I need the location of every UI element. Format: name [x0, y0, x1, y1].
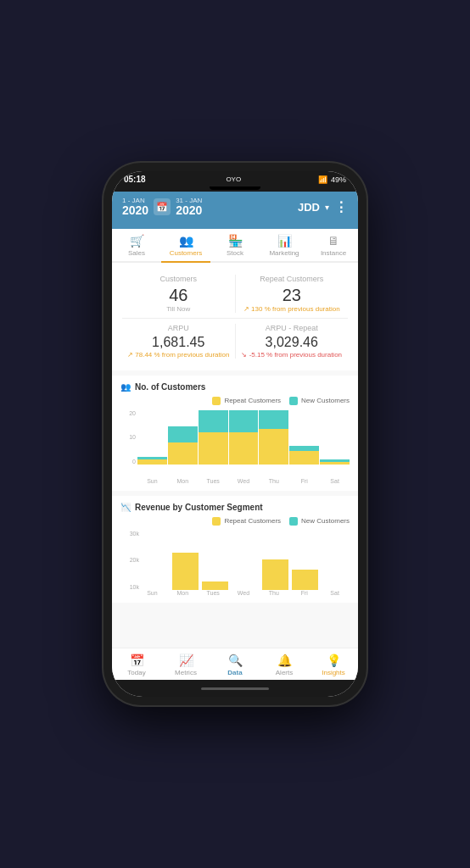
customer-chart-area: 20100: [120, 410, 350, 478]
rev-x-label-tues: Tues: [199, 590, 228, 596]
bar-new-thu: [259, 410, 288, 429]
customer-chart-legend: Repeat Customers New Customers: [120, 397, 350, 405]
stat-arpu-repeat: ARPU - Repeat 3,029.46 ↘ -5.15 % from pr…: [236, 324, 349, 358]
calendar-icon[interactable]: 📅: [154, 198, 171, 215]
bar-repeat-wed: [229, 432, 259, 464]
bar-group-wed: [229, 410, 259, 465]
rev-bar-repeat-thu: [262, 559, 288, 590]
revenue-x-axis: SunMonTuesWedThuFriSat: [120, 590, 350, 596]
stats-row-1: Customers 46 Till Now Repeat Customers 2…: [122, 270, 348, 319]
store-name: JDD: [298, 201, 320, 214]
bottom-nav-data[interactable]: 🔍 Data: [210, 654, 260, 676]
alerts-label: Alerts: [276, 669, 293, 676]
bottom-nav-alerts[interactable]: 🔔 Alerts: [260, 654, 309, 676]
x-label-fri: Fri: [289, 478, 319, 484]
rev-x-label-sat: Sat: [320, 590, 350, 596]
x-label-tues: Tues: [199, 478, 228, 484]
home-indicator: [112, 680, 358, 697]
revenue-chart-icon: 📉: [120, 503, 131, 512]
bottom-nav: 📅 Today 📈 Metrics 🔍 Data 🔔 Alerts 💡 Insi…: [112, 648, 358, 680]
rev-x-label-wed: Wed: [229, 590, 259, 596]
revenue-y-axis: 30k20k10k: [120, 531, 139, 590]
tab-customers[interactable]: 👥 Customers: [161, 229, 210, 263]
tab-customers-label: Customers: [170, 249, 203, 257]
arpu-repeat-label: ARPU - Repeat: [241, 324, 344, 332]
rev-bar-group-sun: [141, 539, 170, 590]
tab-marketing[interactable]: 📊 Marketing: [260, 229, 309, 261]
bar-group-mon: [168, 410, 198, 465]
bar-group-sun: [137, 410, 167, 465]
date-from: 1 - JAN 2020: [122, 197, 148, 217]
legend-new: New Customers: [289, 397, 350, 405]
tab-sales[interactable]: 🛒 Sales: [112, 229, 161, 261]
header-right: JDD ▾ ⋮: [298, 199, 348, 215]
rev-x-label-fri: Fri: [289, 590, 319, 596]
rev-legend-repeat-dot: [212, 517, 221, 526]
customer-chart-icon: 👥: [120, 382, 131, 392]
bar-repeat-sat: [320, 462, 350, 465]
sales-icon: 🛒: [130, 234, 144, 248]
app-header: 1 - JAN 2020 📅 31 - JAN 2020 JDD ▾ ⋮: [112, 192, 358, 229]
bottom-nav-insights[interactable]: 💡 Insights: [309, 654, 358, 676]
rev-x-label-thu: Thu: [259, 590, 288, 596]
battery-label: 49%: [331, 175, 346, 184]
repeat-value: 23: [241, 285, 344, 305]
tab-sales-label: Sales: [128, 249, 145, 257]
rev-bar-group-sat: [321, 539, 350, 590]
status-bar: 05:18 OYO 📶 49%: [112, 171, 358, 186]
metrics-icon: 📈: [179, 654, 193, 667]
bottom-nav-today[interactable]: 📅 Today: [112, 654, 161, 676]
tab-stock-label: Stock: [227, 249, 243, 257]
customer-chart-section: 👥 No. of Customers Repeat Customers New …: [112, 376, 358, 491]
bar-group-thu: [259, 410, 288, 465]
revenue-chart-section: 📉 Revenue by Customer Segment Repeat Cus…: [112, 496, 358, 603]
customer-y-axis: 20100: [120, 410, 136, 465]
content-area: Customers 46 Till Now Repeat Customers 2…: [112, 263, 358, 648]
bar-repeat-fri: [289, 451, 319, 465]
notch-pill: [210, 186, 260, 190]
tab-stock[interactable]: 🏪 Stock: [210, 229, 260, 261]
stat-customers: Customers 46 Till Now: [122, 275, 236, 313]
revenue-chart-area: 30k20k10k: [120, 531, 350, 590]
rev-bar-group-tues: [201, 539, 230, 590]
arpu-repeat-value: 3,029.46: [241, 334, 344, 350]
legend-repeat-label: Repeat Customers: [224, 397, 281, 404]
arpu-change: ↗ 78.44 % from previous duration: [127, 351, 230, 359]
dropdown-arrow-icon[interactable]: ▾: [325, 203, 329, 212]
repeat-change: ↗ 130 % from previous duration: [241, 305, 344, 313]
rev-legend-new: New Customers: [289, 517, 350, 526]
customers-label: Customers: [127, 275, 230, 283]
rev-bar-group-mon: [171, 539, 199, 590]
arpu-repeat-change: ↘ -5.15 % from previous duration: [241, 351, 344, 359]
bar-new-mon: [168, 426, 198, 442]
metrics-label: Metrics: [175, 669, 197, 676]
legend-repeat-dot: [212, 397, 221, 405]
data-label: Data: [227, 669, 242, 676]
today-label: Today: [127, 669, 145, 676]
date-section: 1 - JAN 2020 📅 31 - JAN 2020: [122, 197, 202, 217]
customer-chart-wrapper: 20100 SunMonTuesWedThuFriSat: [120, 410, 350, 484]
tab-instance[interactable]: 🖥 Instance: [309, 229, 358, 261]
bar-repeat-sun: [137, 459, 167, 465]
more-options-icon[interactable]: ⋮: [334, 199, 348, 215]
rev-legend-new-label: New Customers: [301, 517, 350, 525]
legend-new-label: New Customers: [301, 397, 350, 404]
rev-legend-repeat: Repeat Customers: [212, 517, 281, 526]
bar-group-sat: [320, 410, 350, 465]
rev-legend-repeat-label: Repeat Customers: [224, 517, 281, 525]
x-label-wed: Wed: [229, 478, 259, 484]
repeat-label: Repeat Customers: [241, 275, 344, 283]
rev-bar-group-wed: [231, 539, 260, 590]
stats-section: Customers 46 Till Now Repeat Customers 2…: [112, 263, 358, 370]
home-bar: [201, 687, 269, 690]
signal-icon: 📶: [318, 175, 327, 184]
rev-x-label-sun: Sun: [137, 590, 167, 596]
bar-repeat-tues: [199, 432, 228, 465]
bottom-nav-metrics[interactable]: 📈 Metrics: [161, 654, 210, 676]
customer-chart-title: 👥 No. of Customers: [120, 382, 350, 392]
x-label-sat: Sat: [320, 478, 350, 484]
rev-bar-repeat-mon: [172, 553, 199, 590]
arpu-value: 1,681.45: [127, 334, 230, 350]
bar-repeat-mon: [168, 442, 198, 465]
carrier-label: OYO: [226, 175, 241, 183]
